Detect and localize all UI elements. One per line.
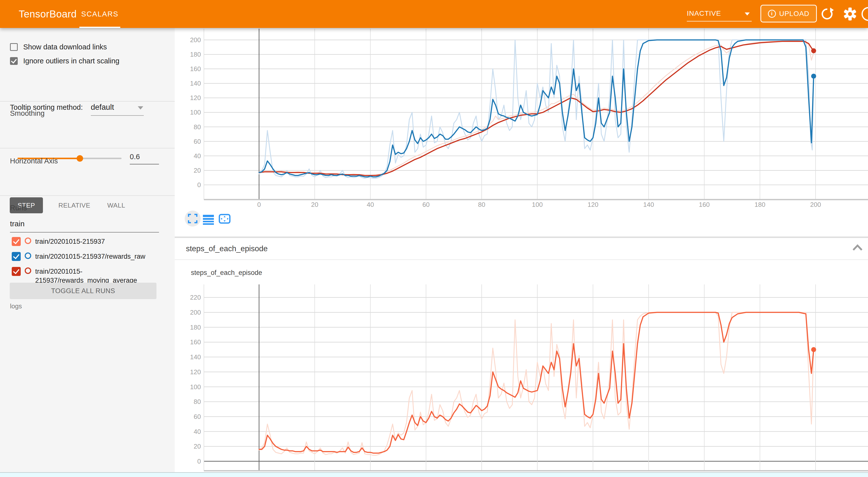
y-tick-label: 120 [190,94,201,101]
chevron-down-icon [745,12,750,15]
y-tick-label: 0 [197,457,201,465]
toggle-all-runs-button[interactable]: TOGGLE ALL RUNS [10,283,156,299]
y-tick-label: 200 [190,36,201,44]
steps-chart[interactable]: 020406080100120140160180200220 [175,284,868,472]
y-tick-label: 60 [194,138,201,145]
smoothing-label: Smoothing [10,109,45,118]
status-dropdown-value: INACTIVE [687,9,721,18]
x-tick-label: 100 [532,201,542,208]
series-rewards_raw [259,40,814,177]
runs-label: Runs [10,204,27,212]
run-checkbox[interactable] [12,237,21,246]
expand-chart-icon[interactable] [188,214,197,223]
run-checkbox[interactable] [12,267,21,276]
run-color-ring [25,237,31,244]
tab-scalars-label: SCALARS [81,10,118,18]
run-item[interactable]: train/20201015-215937 [12,237,105,246]
x-tick-label: 60 [423,201,430,208]
tooltip-sorting-dropdown[interactable]: default [91,103,144,116]
status-dropdown[interactable]: INACTIVE [687,6,752,22]
help-icon[interactable] [862,7,868,21]
y-tick-label: 80 [194,398,201,405]
x-tick-label: 0 [257,201,261,208]
collapse-chevron-icon[interactable] [852,244,863,252]
runs-filter-input[interactable]: train [10,220,159,232]
x-tick-label: 180 [754,201,765,208]
main-content: 0204060801001201401601802000204060801001… [175,28,868,473]
y-tick-label: 0 [197,181,201,189]
fit-domain-icon[interactable] [219,214,230,224]
series-steps-unsmoothed [259,312,814,455]
data-series-list-icon[interactable] [203,214,214,225]
app-header: TensorBoard SCALARS INACTIVE i UPLOAD [0,0,868,28]
tag-section-title: steps_of_each_episode [186,244,268,253]
y-tick-label: 40 [194,152,201,160]
checkbox-label: Show data download links [23,43,107,51]
y-tick-label: 80 [194,123,201,131]
y-tick-label: 160 [190,338,201,346]
smoothing-slider-thumb[interactable] [76,155,83,162]
series-rewards_moving_average [259,41,814,176]
y-tick-label: 160 [190,65,201,73]
y-tick-label: 140 [190,353,201,361]
x-tick-label: 80 [478,201,486,208]
y-tick-label: 100 [190,108,201,116]
axis-option-wall[interactable]: WALL [107,201,125,209]
horizontal-axis-label: Horizontal Axis [10,157,58,165]
series-rewards_moving_average-unsmoothed [259,41,814,176]
y-tick-label: 20 [194,167,201,174]
refresh-icon[interactable] [820,7,834,21]
x-tick-label: 160 [699,201,710,208]
chevron-down-icon [138,106,143,109]
run-label: train/20201015-215937 [35,237,105,246]
series-steps [259,312,814,453]
y-tick-label: 40 [194,428,201,435]
divider [0,101,175,101]
active-tab-underline [80,27,120,28]
y-tick-label: 200 [190,309,201,316]
checkbox-show-download-links[interactable]: Show data download links [10,43,107,51]
y-tick-label: 180 [190,51,201,58]
x-tick-label: 20 [311,201,318,208]
run-label: train/20201015-215937/rewards_raw [35,252,145,261]
run-label: train/20201015-215937/rewards_moving_ave… [35,267,160,285]
checkbox-ignore-outliers[interactable]: Ignore outliers in chart scaling [10,57,119,65]
final-value-dot [811,48,816,53]
tag-section-header[interactable]: steps_of_each_episode [175,238,868,260]
x-tick-label: 200 [810,201,821,208]
run-color-ring [25,252,31,259]
divider [0,148,175,149]
rewards-chart[interactable]: 0204060801001201401601802000204060801001… [175,29,868,213]
final-value-dot [811,347,816,352]
tab-scalars[interactable]: SCALARS [80,0,120,28]
checkbox-icon[interactable] [10,57,18,65]
divider [0,195,175,196]
smoothing-value-input[interactable]: 0.6 [130,153,159,164]
tooltip-sorting-value: default [91,103,114,112]
checkbox-label: Ignore outliers in chart scaling [23,57,119,65]
y-tick-label: 140 [190,80,201,87]
run-checkbox[interactable] [12,252,21,261]
horizontal-scrollbar[interactable] [0,472,868,477]
y-tick-label: 20 [194,443,201,450]
app-title: TensorBoard [19,8,76,20]
chart-card-title: steps_of_each_episode [191,269,262,277]
series-rewards_raw-unsmoothed [259,40,814,179]
runs-directory-label: logs [10,303,22,310]
y-tick-label: 60 [194,413,201,420]
x-tick-label: 40 [367,201,374,208]
run-item[interactable]: train/20201015-215937/rewards_raw [12,252,145,261]
y-tick-label: 100 [190,383,201,391]
x-tick-label: 120 [588,201,598,208]
info-icon: i [768,10,776,18]
run-color-ring [25,267,31,274]
y-tick-label: 120 [190,368,201,376]
run-item[interactable]: train/20201015-215937/rewards_moving_ave… [12,267,160,285]
upload-button-label: UPLOAD [779,10,809,18]
axis-option-relative[interactable]: RELATIVE [58,201,90,209]
gear-icon[interactable] [843,7,857,21]
checkbox-icon[interactable] [10,43,18,51]
upload-button[interactable]: i UPLOAD [761,5,817,23]
y-tick-label: 180 [190,324,201,331]
sidebar: Show data download links Ignore outliers… [0,28,175,473]
